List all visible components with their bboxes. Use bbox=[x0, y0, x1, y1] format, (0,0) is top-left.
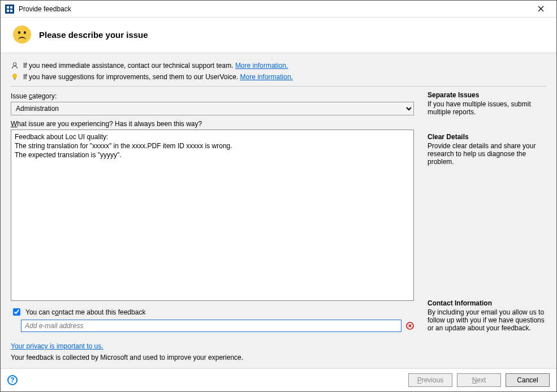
tip-clear-body: Provide clear details and share your res… bbox=[428, 142, 546, 166]
lightbulb-icon bbox=[11, 73, 19, 81]
uservoice-more-link[interactable]: More information. bbox=[240, 73, 293, 81]
svg-rect-1 bbox=[10, 6, 12, 8]
error-icon bbox=[406, 322, 414, 330]
tip-contact-body: By including your email you allow us to … bbox=[428, 308, 546, 332]
person-icon bbox=[11, 62, 19, 70]
tip-contact-heading: Contact Information bbox=[428, 299, 546, 307]
email-input[interactable] bbox=[21, 320, 401, 332]
support-more-link[interactable]: More information. bbox=[235, 62, 288, 70]
svg-point-4 bbox=[13, 63, 16, 66]
support-info-text: If you need immediate assistance, contac… bbox=[23, 62, 288, 70]
tip-clear-heading: Clear Details bbox=[428, 133, 546, 141]
svg-rect-5 bbox=[14, 79, 16, 80]
dialog-footer: ? Previous Next Cancel bbox=[1, 368, 556, 391]
tips-panel: Separate Issues If you have multiple iss… bbox=[428, 91, 546, 332]
previous-button[interactable]: Previous bbox=[408, 373, 452, 387]
dialog-body: If you need immediate assistance, contac… bbox=[1, 53, 556, 368]
next-button[interactable]: Next bbox=[457, 373, 501, 387]
app-icon bbox=[5, 5, 14, 14]
contact-me-label: You can contact me about this feedback bbox=[25, 308, 145, 316]
sad-face-icon bbox=[13, 25, 31, 44]
feedback-dialog: Provide feedback Please describe your is… bbox=[0, 0, 557, 392]
svg-rect-0 bbox=[7, 6, 9, 8]
category-select[interactable]: Administration bbox=[11, 102, 414, 115]
cancel-button[interactable]: Cancel bbox=[506, 373, 550, 387]
close-icon bbox=[538, 6, 544, 12]
tip-separate-body: If you have multiple issues, submit mult… bbox=[428, 100, 546, 116]
close-button[interactable] bbox=[529, 1, 552, 17]
dialog-header: Please describe your issue bbox=[1, 18, 556, 53]
issue-label: What issue are you experiencing? Has it … bbox=[11, 120, 414, 128]
svg-rect-2 bbox=[7, 10, 9, 12]
issue-textarea[interactable] bbox=[11, 130, 414, 301]
window-title: Provide feedback bbox=[19, 5, 71, 13]
svg-rect-3 bbox=[10, 10, 12, 12]
privacy-link[interactable]: Your privacy is important to us. bbox=[11, 342, 103, 350]
privacy-note: Your feedback is collected by Microsoft … bbox=[11, 354, 546, 361]
page-title: Please describe your issue bbox=[39, 30, 148, 40]
support-info-row: If you need immediate assistance, contac… bbox=[11, 60, 546, 71]
titlebar: Provide feedback bbox=[1, 1, 556, 18]
tip-separate-heading: Separate Issues bbox=[428, 91, 546, 99]
uservoice-info-text: If you have suggestions for improvements… bbox=[23, 73, 293, 81]
contact-me-checkbox[interactable] bbox=[13, 308, 20, 316]
uservoice-info-row: If you have suggestions for improvements… bbox=[11, 71, 546, 83]
help-button[interactable]: ? bbox=[7, 375, 18, 385]
category-label: Issue category: bbox=[11, 92, 414, 100]
